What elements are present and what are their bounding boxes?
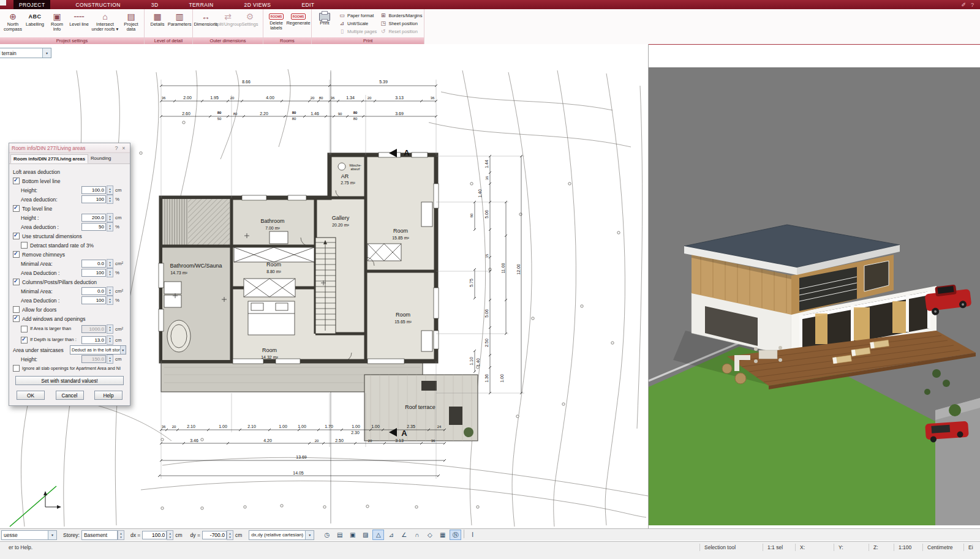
spinner[interactable] xyxy=(107,268,113,277)
plan-text: Room xyxy=(266,261,281,268)
app-icon[interactable] xyxy=(0,0,6,6)
magnet-icon[interactable]: ∩ xyxy=(411,530,423,540)
if-depth-larger-input[interactable] xyxy=(81,336,106,344)
clock-icon[interactable]: ◷ xyxy=(321,530,333,540)
ribbon-button-parameters[interactable]: ▥Parameters xyxy=(168,10,190,37)
menu-tab-3d[interactable]: 3D xyxy=(146,0,164,9)
ribbon-button-details[interactable]: ▦Details xyxy=(146,10,168,37)
area-under-staircases-select[interactable]: Deduct as in the loft stor ▾ xyxy=(70,345,126,355)
if-area-larger-checkbox[interactable] xyxy=(21,326,28,332)
menu-tab-terrain[interactable]: TERRAIN xyxy=(183,0,219,9)
scale-indicator[interactable]: 1:100 xyxy=(894,544,922,551)
set-standard-values-button[interactable]: Set with standard values! xyxy=(15,376,124,385)
help-icon[interactable]: ? xyxy=(971,2,974,8)
columns-minimal-area-input[interactable] xyxy=(81,287,106,295)
screen-icon[interactable]: ▤ xyxy=(334,530,345,540)
ribbon-button-paper-format[interactable]: ▭ Paper format xyxy=(339,12,377,18)
top-level-line-checkbox[interactable] xyxy=(13,205,20,212)
bottom-level-line-checkbox[interactable] xyxy=(13,178,20,184)
dialog-title-bar[interactable]: Room info/DIN 277/Living areas ? × xyxy=(9,143,130,153)
top-height-input[interactable] xyxy=(81,214,106,222)
ok-button[interactable]: OK xyxy=(17,391,45,400)
use-structural-dimensions-checkbox[interactable] xyxy=(13,233,20,239)
spinner[interactable] xyxy=(107,222,113,231)
dialog-help-icon[interactable]: ? xyxy=(113,145,120,151)
bottom-area-deduction-input[interactable] xyxy=(81,195,106,203)
spinner[interactable] xyxy=(107,296,113,305)
dy-input[interactable] xyxy=(202,531,227,539)
storey-stepper[interactable] xyxy=(118,530,124,540)
ribbon-button-delete-labels[interactable]: ROOMSDelete labels xyxy=(265,10,287,37)
ribbon-button-unit-scale[interactable]: ⊿ Unit/Scale xyxy=(339,20,377,26)
field-label: Height: xyxy=(21,187,81,193)
columns-area-deduction-input[interactable] xyxy=(81,296,106,304)
ribbon-button-project-data[interactable]: ▤Project data xyxy=(120,10,142,37)
dx-input[interactable] xyxy=(142,531,167,539)
if-depth-larger-checkbox[interactable] xyxy=(21,337,28,343)
add-windows-openings-checkbox[interactable] xyxy=(13,315,20,322)
dx-stepper[interactable] xyxy=(167,530,173,540)
texture-icon[interactable]: ▨ xyxy=(360,530,371,540)
north-icon[interactable]: Ⓝ xyxy=(450,530,461,540)
detract-standard-rate-checkbox[interactable] xyxy=(21,242,28,249)
spinner[interactable] xyxy=(107,195,113,204)
coordinate-mode-select[interactable]: dx,dy (relative cartesian) ▾ xyxy=(249,530,314,540)
ribbon-button-north-compass[interactable]: ⊕North compass xyxy=(2,10,24,37)
menu-tab-construction[interactable]: CONSTRUCTION xyxy=(70,0,126,9)
dy-stepper[interactable] xyxy=(227,530,233,540)
cursor-icon[interactable]: I xyxy=(467,530,478,540)
spinner[interactable] xyxy=(107,287,113,296)
menu-tab-2d-views[interactable]: 2D VIEWS xyxy=(239,0,277,9)
left-combo[interactable]: uesse ▾ xyxy=(1,530,57,540)
ribbon-button-sheet-position[interactable]: ◳ Sheet position xyxy=(380,20,422,26)
staircase-height-input[interactable] xyxy=(81,355,106,363)
chimney-minimal-area-input[interactable] xyxy=(81,260,106,268)
top-area-deduction-input[interactable] xyxy=(81,223,106,231)
ruler-icon[interactable]: ⊿ xyxy=(385,530,397,540)
allow-for-doors-checkbox[interactable] xyxy=(13,306,20,313)
ribbon-button-split-ungroup[interactable]: ⇄Split/Ungroup xyxy=(217,10,239,37)
ribbon-button-intersect-under-roofs[interactable]: ⌂Intersect under roofs ▾ xyxy=(90,10,120,37)
bottom-height-input[interactable] xyxy=(81,186,106,194)
ribbon-item-label: Paper format xyxy=(347,13,374,18)
chimney-area-deduction-input[interactable] xyxy=(81,269,106,277)
ribbon-button-room-info[interactable]: ▣Room Info xyxy=(46,10,68,37)
chevron-down-icon[interactable]: ▾ xyxy=(42,48,51,58)
help-button[interactable]: Help xyxy=(94,391,123,400)
remove-chimneys-checkbox[interactable] xyxy=(13,251,20,258)
ignore-slab-openings-checkbox[interactable] xyxy=(13,365,20,372)
spinner[interactable] xyxy=(107,259,113,268)
spinner[interactable] xyxy=(107,325,113,334)
ribbon-button-multiple-pages[interactable]: ▯ Multiple pages xyxy=(339,28,377,34)
unit-indicator[interactable]: Centimetre xyxy=(922,544,963,551)
spinner[interactable] xyxy=(107,213,113,222)
guides-icon[interactable]: ◇ xyxy=(424,530,435,540)
ribbon-button-print[interactable]: Print xyxy=(314,10,336,37)
spinner[interactable] xyxy=(107,336,113,345)
storey-select[interactable]: Basement xyxy=(81,530,118,540)
spinner[interactable] xyxy=(107,186,113,195)
ribbon-button-borders-margins[interactable]: ⊞ Borders/Margins xyxy=(380,12,422,18)
close-icon[interactable]: × xyxy=(120,145,127,151)
tab-room-info[interactable]: Room info/DIN 277/Living areas xyxy=(10,154,88,163)
if-area-larger-input[interactable] xyxy=(81,325,106,333)
tab-rounding[interactable]: Rounding xyxy=(88,154,113,163)
menu-tab-edit[interactable]: EDIT xyxy=(296,0,320,9)
ribbon-button-settings[interactable]: ⚙Settings xyxy=(239,10,261,37)
grid-icon[interactable]: ▦ xyxy=(437,530,448,540)
menu-tab-project[interactable]: PROJECT xyxy=(13,0,50,9)
ribbon-button-level-line[interactable]: ╌╌Level line xyxy=(68,10,90,37)
columns-posts-pillars-checkbox[interactable] xyxy=(13,279,20,285)
snapshot-icon[interactable]: ▣ xyxy=(347,530,358,540)
angle-icon[interactable]: ∠ xyxy=(398,530,410,540)
triangle-tool-icon[interactable]: △ xyxy=(372,530,384,540)
pin-icon[interactable]: ✐ xyxy=(961,2,966,8)
ribbon-button-reset-position[interactable]: ↺ Reset position xyxy=(380,28,422,34)
terrain-select[interactable]: nal terrain ▾ xyxy=(0,48,51,58)
settings-icon: ⚙ xyxy=(246,10,254,22)
3d-view[interactable] xyxy=(649,67,980,525)
cancel-button[interactable]: Cancel xyxy=(56,391,84,400)
ribbon-button-labelling[interactable]: ABCLabelling xyxy=(24,10,46,37)
spinner[interactable] xyxy=(107,355,113,364)
ribbon-button-regenerate[interactable]: ROOMSRegenerate xyxy=(287,10,309,37)
